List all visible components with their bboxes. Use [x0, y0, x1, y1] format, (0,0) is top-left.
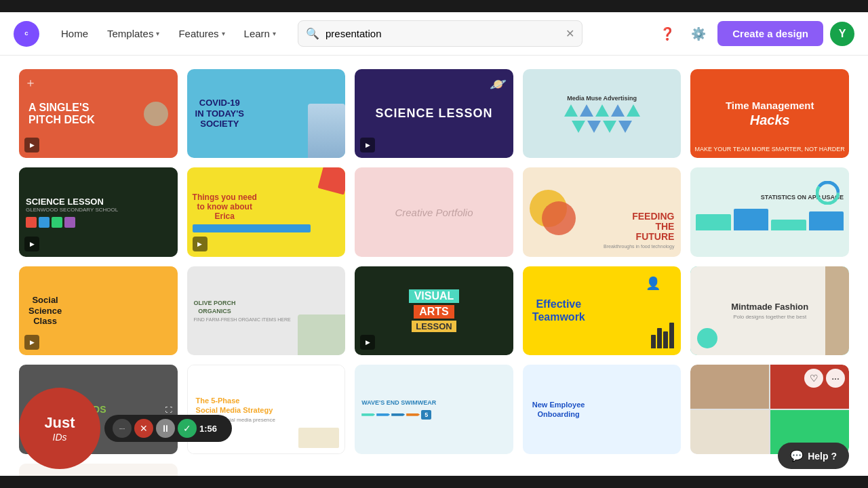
- bar-chart: [651, 323, 674, 348]
- template-card-media-muse[interactable]: Media Muse Advertising: [523, 69, 682, 158]
- card-title: OLIVE PORCHORGANICS: [194, 300, 236, 315]
- star-decoration: [318, 167, 345, 195]
- just-text: Just: [44, 414, 75, 432]
- learn-chevron-icon: ▾: [273, 30, 276, 37]
- laptop-photo: [298, 428, 339, 448]
- search-bar: 🔍 ✕: [298, 20, 583, 47]
- canva-logo[interactable]: c: [14, 21, 39, 47]
- card-title: SocialScienceClass: [28, 295, 62, 327]
- search-icon: 🔍: [306, 27, 319, 40]
- visual-text: VISUAL: [409, 289, 460, 303]
- card-title: New EmployeeOnboarding: [532, 400, 585, 420]
- card-subtitle: Polo designs together the best: [733, 314, 806, 320]
- top-bar: [0, 0, 868, 12]
- card-title: Time ManagementHacks: [726, 100, 814, 128]
- template-card-science-lesson-purple[interactable]: SCIENCE LESSON ▶ 🪐: [355, 69, 513, 158]
- nav-learn[interactable]: Learn ▾: [236, 22, 284, 45]
- template-card-time-management[interactable]: Time ManagementHacks MAKE YOUR TEAM MORE…: [690, 69, 849, 158]
- template-card-singles-pitch-deck[interactable]: ＋ A SINGLE'SPITCH DECK ▶: [19, 69, 178, 158]
- template-card-new-employee[interactable]: New EmployeeOnboarding: [523, 365, 682, 453]
- help-icon-btn[interactable]: ❓: [655, 22, 679, 46]
- triangle-2: [580, 104, 593, 117]
- template-card-creative-portfolio[interactable]: Creative Portfolio: [355, 167, 513, 256]
- tri-inv-3: [603, 121, 616, 133]
- recording-bar: Just IDs ··· ✕ ⏸ ✓ 1:56: [19, 388, 232, 469]
- settings-icon-btn[interactable]: ⚙️: [686, 22, 711, 46]
- card-title: Mintmade Fashion: [731, 302, 808, 312]
- card-title: A SINGLE'SPITCH DECK: [28, 102, 95, 125]
- help-label: Help ?: [808, 451, 837, 462]
- template-card-photo-collage[interactable]: ♡ ···: [690, 365, 849, 453]
- search-input[interactable]: [298, 20, 583, 47]
- recording-stop-button[interactable]: ✕: [134, 419, 153, 438]
- recording-confirm-button[interactable]: ✓: [178, 419, 197, 438]
- template-card-social-science[interactable]: SocialScienceClass ▶: [19, 266, 178, 355]
- logo-text: c: [19, 25, 34, 42]
- recording-pause-button[interactable]: ⏸: [156, 419, 175, 438]
- person-icon: 👤: [646, 276, 660, 291]
- card-title: Media Muse Advertising: [567, 95, 637, 102]
- header: c Home Templates ▾ Features ▾ Learn ▾ 🔍 …: [0, 12, 868, 56]
- template-card-science-lesson-dark[interactable]: SCIENCE LESSON GLENWOOD SECONDARY SCHOOL…: [19, 167, 178, 256]
- fashion-decoration: [825, 266, 849, 355]
- ids-text: IDs: [53, 432, 67, 443]
- template-card-visual-arts[interactable]: VISUAL ARTS LESSON ▶: [355, 266, 513, 355]
- create-design-button[interactable]: Create a design: [717, 21, 823, 46]
- card-title: COVID-19IN TODAY'SSOCIETY: [195, 98, 244, 129]
- card-title-wrap: FEEDINGTHEFUTURE Breakthroughs in food t…: [604, 211, 674, 249]
- card-title: SCIENCE LESSON: [375, 106, 492, 121]
- header-right: ❓ ⚙️ Create a design Y: [655, 21, 854, 46]
- more-button[interactable]: ···: [826, 369, 845, 388]
- svg-text:c: c: [24, 29, 28, 37]
- template-card-effective-teamwork[interactable]: EffectiveTeamwork 👤: [523, 266, 682, 355]
- just-ids-circle[interactable]: Just IDs: [19, 388, 100, 469]
- features-chevron-icon: ▾: [222, 30, 225, 37]
- card-title: FEEDINGTHEFUTURE: [604, 211, 674, 243]
- nav-templates[interactable]: Templates ▾: [99, 22, 167, 45]
- triangle-4: [611, 104, 625, 117]
- play-icon: ▶: [193, 237, 208, 251]
- card-title: Things you needto know aboutErica: [193, 192, 257, 222]
- template-card-things-you-need[interactable]: Things you needto know aboutErica ▶: [187, 167, 346, 256]
- card-subtitle: MAKE YOUR TEAM MORE SMARTER, NOT HARDER: [695, 146, 845, 152]
- template-card-olive-porch[interactable]: OLIVE PORCHORGANICS FIND FARM-FRESH ORGA…: [187, 266, 346, 355]
- template-card-statistics[interactable]: Statistics on App Usage: [690, 167, 849, 256]
- nav-features[interactable]: Features ▾: [170, 22, 233, 45]
- help-button[interactable]: 💬 Help ?: [778, 443, 849, 469]
- planet-decoration: 🪐: [490, 76, 507, 92]
- triangle-5: [627, 104, 640, 117]
- card-title: Creative Portfolio: [395, 207, 473, 218]
- play-icon: ▶: [24, 138, 39, 152]
- template-card-mintmade-fashion[interactable]: Mintmade Fashion Polo designs together t…: [690, 266, 849, 355]
- triangle-1: [564, 104, 578, 117]
- card-subtitle: Breakthroughs in food technology: [604, 244, 674, 249]
- templates-chevron-icon: ▾: [156, 30, 159, 37]
- template-card-feeding-future[interactable]: FEEDINGTHEFUTURE Breakthroughs in food t…: [523, 167, 682, 256]
- triangle-3: [595, 104, 609, 117]
- play-icon: ▶: [360, 138, 375, 152]
- circle-decoration: [144, 102, 168, 126]
- nav-home[interactable]: Home: [53, 22, 96, 45]
- template-card-waves-end[interactable]: WAVE'S END SWIMWEAR 5: [355, 365, 513, 453]
- play-icon: ▶: [24, 237, 39, 251]
- add-icon: ＋: [24, 75, 37, 91]
- chart-area: [696, 203, 844, 230]
- photo-3: [690, 410, 769, 454]
- lesson-text: LESSON: [412, 321, 456, 332]
- recording-more-button[interactable]: ···: [113, 419, 132, 438]
- card-title: WAVE'S END SWIMWEAR: [361, 399, 436, 406]
- avatar[interactable]: Y: [830, 22, 854, 46]
- card-title: EffectiveTeamwork: [532, 298, 585, 323]
- recording-controls: ··· ✕ ⏸ ✓ 1:56: [104, 415, 232, 442]
- food-photo: [298, 314, 345, 355]
- puzzle-decoration: [26, 217, 75, 228]
- search-clear-icon[interactable]: ✕: [566, 27, 574, 40]
- help-icon: 💬: [790, 449, 804, 462]
- tri-inv-1: [572, 121, 585, 133]
- heart-button[interactable]: ♡: [804, 369, 823, 388]
- orange-circle: [542, 201, 576, 235]
- template-card-covid19[interactable]: COVID-19IN TODAY'SSOCIETY: [187, 69, 346, 158]
- step-arrows-area: 5: [361, 410, 431, 420]
- search-bar-decoration: [193, 224, 311, 232]
- tri-inv-2: [587, 121, 601, 133]
